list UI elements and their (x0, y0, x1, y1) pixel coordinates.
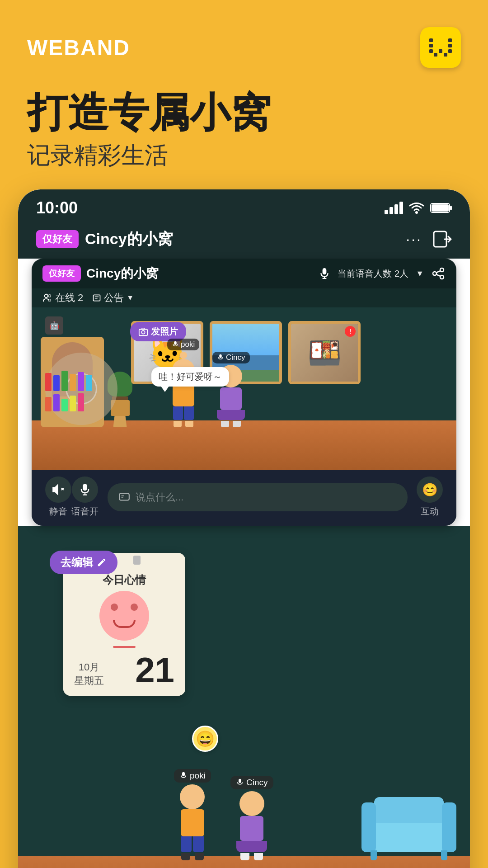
photo-notification-badge: ! (345, 326, 356, 337)
svg-point-9 (415, 211, 418, 214)
notice-item[interactable]: 公告 ▼ (92, 291, 134, 305)
chat-icon-top (118, 491, 130, 503)
room-scene-top: 🤖 🐱 (32, 307, 456, 470)
svg-rect-12 (432, 204, 449, 212)
calendar-widget: 今日心情 10月 星期五 21 (63, 553, 185, 696)
svg-rect-14 (323, 268, 327, 274)
chat-bubble: 哇！好可爱呀～ (151, 367, 229, 387)
svg-rect-34 (83, 484, 87, 491)
app-top-bar: 仅好友 Cincy的小窝 ··· (18, 222, 470, 259)
app-icon-button[interactable] (420, 27, 461, 68)
calendar-separator (113, 646, 136, 648)
notice-icon (92, 293, 101, 302)
room-name-header: Cincy的小窝 (85, 229, 173, 250)
poki-label-bottom: poki (174, 769, 211, 783)
svg-point-18 (433, 272, 436, 275)
svg-rect-24 (94, 295, 100, 301)
wifi-icon (408, 202, 425, 214)
calendar-day: 21 (135, 652, 174, 688)
interact-button-top[interactable]: 😊 互动 (417, 476, 443, 518)
svg-point-17 (440, 268, 444, 272)
battery-icon (430, 202, 452, 214)
header-left: 仅好友 Cincy的小窝 (36, 229, 173, 250)
svg-rect-5 (444, 53, 447, 57)
app-logo: WEBAND (27, 35, 130, 60)
poki-mic-icon (172, 341, 179, 348)
bottom-scene: 今日心情 10月 星期五 21 (18, 526, 470, 868)
svg-rect-29 (174, 341, 176, 345)
mute-icon (52, 483, 65, 496)
inner-header-left: 仅好友 Cincy的小窝 (42, 265, 159, 282)
poki-label: poki (167, 339, 199, 350)
header-right: ··· (406, 231, 452, 248)
svg-point-28 (141, 330, 145, 334)
status-icons (385, 202, 452, 214)
control-bar-top: 静音 语音开 说点什么.. (32, 470, 456, 526)
svg-rect-1 (429, 44, 433, 47)
svg-rect-37 (119, 493, 129, 500)
floor-top (32, 420, 456, 470)
inner-room-card: 仅好友 Cincy的小窝 当前语音人数 2人 ▼ (32, 259, 456, 526)
app-header: WEBAND (0, 0, 488, 81)
voice-icon (79, 483, 91, 496)
calendar-title: 今日心情 (70, 573, 178, 587)
hero-title: 打造专属小窝 (27, 90, 461, 135)
svg-point-23 (48, 295, 51, 297)
svg-rect-41 (239, 779, 241, 783)
inner-room-name: Cincy的小窝 (86, 265, 159, 282)
status-time: 10:00 (36, 198, 78, 217)
cincy-character: Cincy (212, 352, 250, 427)
mute-button-top[interactable]: 静音 (45, 476, 71, 518)
cincy-label-bottom: Cincy (230, 776, 273, 789)
sofa (361, 797, 456, 860)
svg-line-21 (436, 274, 441, 276)
svg-rect-11 (450, 206, 452, 210)
poki-character-bottom: poki (174, 769, 211, 860)
status-bar: 10:00 (18, 189, 470, 222)
svg-point-22 (45, 294, 48, 297)
svg-rect-2 (429, 49, 433, 53)
camera-icon (138, 327, 148, 337)
cincy-mic-icon (217, 354, 224, 361)
emoji-above-poki: 😄 (192, 726, 218, 752)
calendar-face (99, 591, 149, 641)
bubble-tail (160, 386, 169, 392)
mic-icon-header (319, 268, 330, 279)
calendar-date-row: 10月 星期五 21 (70, 652, 178, 688)
hero-section: 打造专属小窝 记录精彩生活 (0, 81, 488, 189)
share-icon[interactable] (431, 266, 446, 281)
voice-button-top[interactable]: 语音开 (71, 476, 99, 518)
svg-rect-3 (434, 53, 437, 57)
cincy-character-bottom: Cincy (230, 776, 273, 860)
svg-rect-40 (182, 772, 185, 776)
svg-rect-7 (448, 44, 452, 47)
cincy-label: Cincy (212, 352, 250, 363)
svg-point-19 (440, 275, 444, 279)
edit-button[interactable]: 去编辑 (50, 551, 117, 574)
chat-input-top[interactable]: 说点什么... (108, 483, 408, 511)
online-count: 在线 2 (42, 291, 83, 305)
svg-marker-31 (53, 485, 58, 495)
svg-rect-30 (219, 354, 221, 358)
voice-count-label: 当前语音人数 2人 (338, 268, 408, 280)
edit-icon (97, 557, 107, 567)
svg-rect-4 (439, 49, 442, 53)
svg-rect-8 (448, 49, 452, 53)
food-photo-frame: 🍱 ! (288, 321, 361, 384)
inner-room-header: 仅好友 Cincy的小窝 当前语音人数 2人 ▼ (32, 259, 456, 288)
phone-mockup: 10:00 (18, 189, 470, 868)
svg-rect-6 (448, 38, 452, 42)
room-info-bar: 在线 2 公告 ▼ (32, 288, 456, 307)
poki-mic-icon-bottom (179, 772, 188, 780)
more-options-button[interactable]: ··· (406, 231, 422, 248)
exit-icon[interactable] (433, 231, 452, 248)
friend-only-badge: 仅好友 (36, 230, 79, 248)
inner-header-right: 当前语音人数 2人 ▼ (319, 266, 446, 281)
svg-line-20 (436, 271, 441, 273)
hero-subtitle: 记录精彩生活 (27, 140, 461, 171)
people-icon (42, 293, 52, 303)
inner-friend-badge: 仅好友 (42, 265, 81, 282)
signal-icon (385, 202, 403, 214)
calendar-month-info: 10月 星期五 (74, 660, 104, 688)
w-icon (427, 37, 454, 58)
